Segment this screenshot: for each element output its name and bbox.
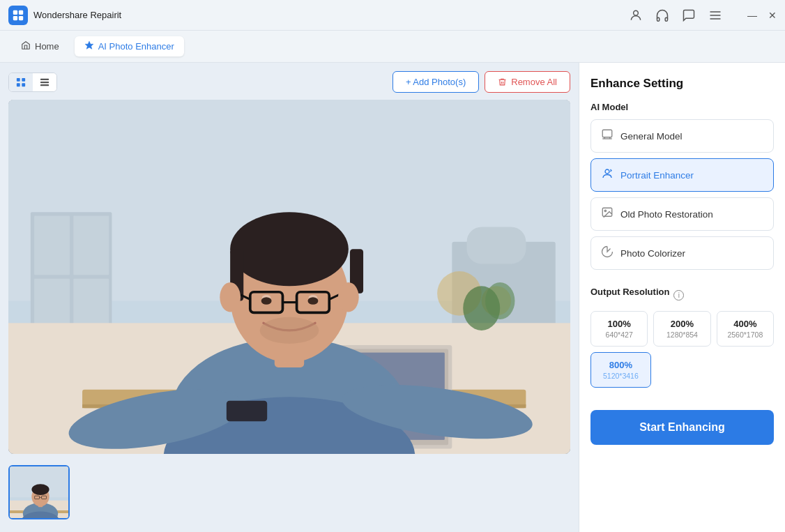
resolution-section: Output Resolution i 100% 640*427 200% 12…: [590, 287, 774, 388]
svg-point-4: [634, 10, 639, 15]
svg-rect-13: [17, 83, 20, 86]
menu-icon[interactable]: [708, 8, 722, 22]
remove-all-label: Remove All: [511, 77, 557, 87]
svg-rect-3: [19, 15, 23, 20]
svg-point-60: [338, 282, 359, 312]
home-icon: [21, 40, 31, 52]
headphone-icon[interactable]: [655, 8, 669, 22]
svg-point-87: [604, 210, 606, 211]
svg-rect-16: [40, 81, 49, 82]
svg-rect-5: [657, 17, 660, 21]
thumbnail-item[interactable]: [8, 465, 70, 519]
panel-title: Enhance Setting: [590, 77, 774, 91]
svg-rect-35: [467, 227, 526, 264]
res-400-dim: 2560*1708: [727, 330, 763, 339]
portrait-enhancer-label: Portrait Enhancer: [620, 170, 694, 181]
svg-rect-1: [19, 10, 23, 14]
svg-point-57: [308, 297, 319, 305]
minimize-button[interactable]: —: [747, 10, 757, 20]
svg-rect-86: [602, 208, 612, 216]
home-tab-label: Home: [35, 41, 59, 52]
svg-rect-6: [665, 17, 667, 21]
chat-icon[interactable]: [682, 8, 696, 22]
add-photos-button[interactable]: + Add Photo(s): [392, 71, 479, 93]
old-photo-icon: [601, 206, 613, 222]
svg-rect-31: [73, 216, 109, 275]
svg-point-46: [230, 212, 349, 286]
view-toggle: [8, 73, 57, 92]
resolution-grid: 100% 640*427 200% 1280*854 400% 2560*170…: [590, 311, 774, 347]
start-enhancing-button[interactable]: Start Enhancing: [590, 410, 774, 445]
ai-enhancer-tab[interactable]: AI Photo Enhancer: [75, 36, 184, 56]
thumbnail-strip: [8, 461, 570, 524]
ai-model-section: AI Model General Model: [590, 102, 774, 275]
resolution-label-row: Output Resolution i: [590, 287, 774, 304]
app-name: Wondershare Repairit: [33, 10, 629, 20]
remove-all-button[interactable]: Remove All: [485, 71, 570, 93]
colorizer-label: Photo Colorizer: [620, 248, 685, 259]
account-icon[interactable]: [629, 8, 643, 22]
info-icon[interactable]: i: [673, 290, 684, 301]
general-model-icon: [601, 128, 613, 144]
resolution-label: Output Resolution: [590, 287, 669, 297]
right-panel: Enhance Setting AI Model General Model: [579, 63, 785, 532]
resolution-200-button[interactable]: 200% 1280*854: [653, 311, 710, 347]
svg-rect-11: [17, 77, 20, 81]
titlebar: Wondershare Repairit: [0, 0, 785, 31]
toolbar: + Add Photo(s) Remove All: [8, 71, 570, 93]
resolution-100-button[interactable]: 100% 640*427: [590, 311, 648, 347]
colorizer-icon: [601, 245, 613, 261]
svg-point-59: [220, 282, 241, 312]
svg-rect-81: [602, 130, 612, 137]
ai-enhancer-tab-label: AI Photo Enhancer: [98, 41, 174, 52]
ai-model-label: AI Model: [590, 102, 774, 112]
svg-rect-2: [13, 15, 17, 20]
navbar: Home AI Photo Enhancer: [0, 31, 785, 63]
res-100-dim: 640*427: [606, 330, 633, 339]
svg-rect-17: [40, 84, 49, 86]
portrait-enhancer-icon: [601, 167, 613, 183]
colorizer-button[interactable]: Photo Colorizer: [590, 236, 774, 270]
main-content: + Add Photo(s) Remove All: [0, 63, 785, 532]
svg-rect-12: [22, 77, 25, 81]
svg-rect-64: [227, 401, 267, 422]
left-panel: + Add Photo(s) Remove All: [0, 63, 579, 532]
home-tab[interactable]: Home: [11, 36, 69, 56]
res-400-percent: 400%: [733, 319, 756, 329]
res-200-percent: 200%: [671, 319, 694, 329]
resolution-800-row: 800% 5120*3416: [590, 352, 774, 388]
res-800-dim: 5120*3416: [603, 372, 639, 380]
svg-point-58: [260, 317, 319, 344]
list-view-button[interactable]: [33, 73, 56, 91]
grid-view-button[interactable]: [9, 73, 33, 91]
svg-point-68: [485, 282, 515, 319]
svg-rect-30: [34, 216, 70, 275]
res-100-percent: 100%: [608, 319, 631, 329]
general-model-button[interactable]: General Model: [590, 119, 774, 153]
photo-preview: [8, 100, 570, 454]
svg-rect-0: [13, 10, 17, 14]
general-model-label: General Model: [620, 131, 683, 142]
old-photo-button[interactable]: Old Photo Restoration: [590, 197, 774, 231]
resolution-800-button[interactable]: 800% 5120*3416: [590, 352, 651, 388]
svg-marker-10: [85, 41, 93, 49]
svg-point-76: [31, 484, 49, 495]
old-photo-label: Old Photo Restoration: [620, 209, 713, 220]
portrait-enhancer-button[interactable]: Portrait Enhancer: [590, 158, 774, 192]
res-800-percent: 800%: [609, 360, 632, 370]
win-controls: — ✕: [747, 10, 777, 20]
photo-svg: [8, 100, 570, 454]
resolution-400-button[interactable]: 400% 2560*1708: [717, 311, 774, 347]
res-200-dim: 1280*854: [666, 330, 698, 339]
titlebar-icons: — ✕: [629, 8, 777, 22]
svg-point-56: [261, 297, 272, 305]
svg-rect-15: [40, 78, 49, 79]
svg-rect-14: [22, 83, 25, 86]
svg-point-85: [605, 169, 609, 174]
app-logo: [8, 6, 28, 25]
close-button[interactable]: ✕: [768, 10, 777, 20]
enhancer-icon: [84, 40, 94, 52]
